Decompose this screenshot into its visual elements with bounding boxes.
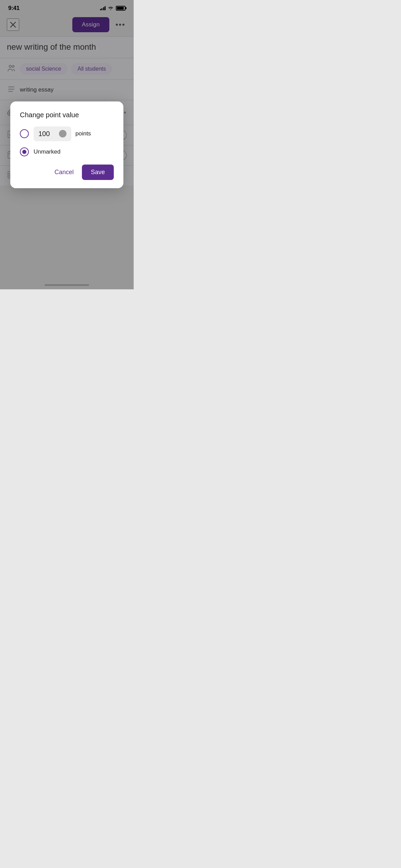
points-radio[interactable] bbox=[20, 129, 29, 138]
unmarked-radio[interactable] bbox=[20, 147, 29, 156]
change-point-value-modal: Change point value 100 points Unmarked C… bbox=[10, 101, 123, 188]
points-input-value: 100 bbox=[38, 130, 50, 138]
modal-title: Change point value bbox=[20, 111, 114, 119]
points-label: points bbox=[75, 130, 91, 137]
points-drag-handle[interactable] bbox=[59, 130, 66, 137]
unmarked-label: Unmarked bbox=[34, 148, 60, 155]
points-option-row[interactable]: 100 points bbox=[20, 126, 114, 141]
modal-overlay: Change point value 100 points Unmarked C… bbox=[0, 0, 134, 289]
points-input-box[interactable]: 100 bbox=[34, 126, 71, 141]
unmarked-option-row[interactable]: Unmarked bbox=[20, 147, 114, 156]
points-input-container: 100 points bbox=[34, 126, 114, 141]
save-button[interactable]: Save bbox=[82, 165, 114, 180]
modal-actions: Cancel Save bbox=[20, 165, 114, 180]
cancel-button[interactable]: Cancel bbox=[50, 165, 78, 179]
